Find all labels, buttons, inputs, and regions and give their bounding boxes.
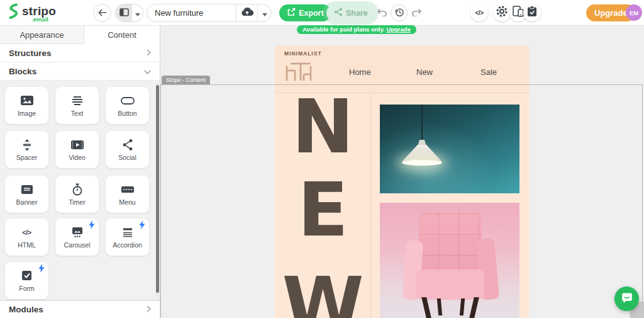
- chat-widget-button[interactable]: [614, 287, 639, 311]
- pro-lightning-icon: [89, 220, 95, 232]
- modules-label: Modules: [9, 305, 43, 314]
- undo-button[interactable]: [374, 5, 390, 21]
- email-nav-new[interactable]: New: [416, 67, 433, 77]
- upgrade-label: Upgrade: [594, 8, 628, 18]
- stripo-logo[interactable]: stripo .email: [6, 3, 56, 25]
- clipboard-check-icon: [527, 6, 537, 20]
- block-label: Image: [18, 110, 36, 117]
- video-icon: [70, 139, 84, 151]
- menu-icon: [121, 183, 135, 196]
- social-icon: [122, 139, 133, 151]
- share-icon: [334, 8, 343, 18]
- tab-content[interactable]: Content: [84, 26, 160, 44]
- headline-letter[interactable]: N: [275, 93, 371, 164]
- chair-leg: [460, 298, 465, 315]
- redo-button[interactable]: [408, 5, 425, 21]
- sidebar-tabs: Appearance Content: [0, 26, 160, 44]
- headline-letter[interactable]: W: [275, 267, 371, 318]
- banner-icon: [21, 183, 33, 196]
- email-header-block[interactable]: MINIMALIST Home New Sale: [275, 45, 529, 93]
- chair-back: [419, 212, 482, 276]
- template-name-input[interactable]: [147, 8, 236, 18]
- block-social[interactable]: Social: [106, 131, 149, 168]
- share-button[interactable]: Share: [326, 4, 375, 21]
- email-nav-home[interactable]: Home: [349, 67, 371, 77]
- block-timer[interactable]: Timer: [55, 176, 99, 213]
- text-icon: [72, 94, 83, 107]
- structures-section[interactable]: Structures: [0, 44, 160, 62]
- structure-tag[interactable]: Stripe - Content: [162, 76, 210, 84]
- block-banner[interactable]: Banner: [5, 176, 48, 213]
- settings-button[interactable]: [493, 4, 511, 21]
- export-label: Export: [299, 9, 324, 18]
- history-clock-icon: [394, 7, 404, 20]
- version-history-button[interactable]: [391, 4, 408, 21]
- block-video[interactable]: Video: [55, 131, 99, 168]
- export-button[interactable]: Export: [279, 4, 331, 21]
- button-icon: [121, 94, 135, 107]
- history-group: [374, 4, 425, 21]
- email-nav-sale[interactable]: Sale: [480, 67, 497, 77]
- lamp-photo[interactable]: [380, 105, 519, 193]
- block-label: Timer: [69, 198, 85, 206]
- structures-label: Structures: [9, 48, 52, 58]
- back-button[interactable]: [93, 4, 111, 22]
- panel-dropdown-button[interactable]: [132, 4, 143, 21]
- block-text[interactable]: Text: [55, 87, 99, 124]
- email-images-column: [371, 93, 529, 318]
- block-image[interactable]: Image: [5, 87, 48, 124]
- cloud-upload-icon: [241, 7, 253, 19]
- code-editor-button[interactable]: </>: [470, 4, 488, 21]
- block-carousel[interactable]: Carousel: [55, 219, 99, 256]
- accordion-icon: [122, 226, 133, 239]
- block-label: Accordion: [113, 241, 142, 249]
- save-test-button[interactable]: [523, 4, 541, 21]
- template-options-button[interactable]: [258, 4, 271, 21]
- chevron-right-icon: [147, 48, 151, 58]
- furniture-logo-icon: [284, 72, 313, 82]
- tooltip-upgrade-link[interactable]: Upgrade: [386, 26, 411, 33]
- chat-bubble-icon: [621, 292, 633, 307]
- block-form[interactable]: Form: [5, 262, 48, 299]
- pro-lightning-icon: [139, 220, 145, 232]
- chevron-down-icon: [144, 67, 151, 76]
- export-icon: [287, 8, 296, 18]
- modules-section[interactable]: Modules: [0, 300, 160, 318]
- blocks-section[interactable]: Blocks: [0, 62, 160, 81]
- headline-letter[interactable]: E: [275, 173, 371, 247]
- block-spacer[interactable]: Spacer: [5, 131, 48, 168]
- email-body-block: N E W: [275, 93, 529, 318]
- block-label: Menu: [119, 198, 135, 206]
- panel-layout-button[interactable]: [116, 4, 132, 21]
- tab-content-label: Content: [108, 30, 136, 40]
- tooltip-text: Available for paid plans only.: [303, 26, 384, 33]
- armchair-photo[interactable]: [380, 203, 519, 318]
- email-logo[interactable]: MINIMALIST: [284, 50, 322, 83]
- gear-icon: [496, 5, 508, 20]
- sidebar-scrollbar-thumb[interactable]: [156, 85, 159, 293]
- html-code-icon: </>: [22, 226, 31, 239]
- timer-icon: [72, 183, 83, 196]
- avatar[interactable]: EM: [626, 4, 642, 21]
- panel-layout-icon: [119, 8, 129, 19]
- stripo-editor: stripo .email: [0, 0, 644, 318]
- back-arrow-icon: [98, 8, 107, 19]
- tab-appearance[interactable]: Appearance: [0, 26, 84, 44]
- block-button[interactable]: Button: [106, 87, 149, 124]
- lamp-glow: [402, 160, 442, 166]
- block-html[interactable]: </> HTML: [5, 219, 48, 256]
- top-toolbar: stripo .email: [0, 0, 644, 26]
- block-label: Form: [19, 285, 35, 292]
- redo-icon: [411, 8, 422, 19]
- email-preview: MINIMALIST Home New Sale N E W: [275, 45, 529, 318]
- left-sidebar: Appearance Content Structures Blocks Ima…: [0, 26, 160, 318]
- email-headline-column[interactable]: N E W: [275, 93, 371, 318]
- save-to-cloud-button[interactable]: [236, 4, 257, 21]
- block-accordion[interactable]: Accordion: [106, 219, 149, 256]
- code-icon: </>: [475, 9, 484, 16]
- block-menu[interactable]: Menu: [106, 176, 149, 213]
- tab-appearance-label: Appearance: [19, 30, 64, 40]
- undo-icon: [377, 8, 387, 19]
- panel-toggle-group: [115, 4, 143, 22]
- devices-icon: [513, 6, 524, 20]
